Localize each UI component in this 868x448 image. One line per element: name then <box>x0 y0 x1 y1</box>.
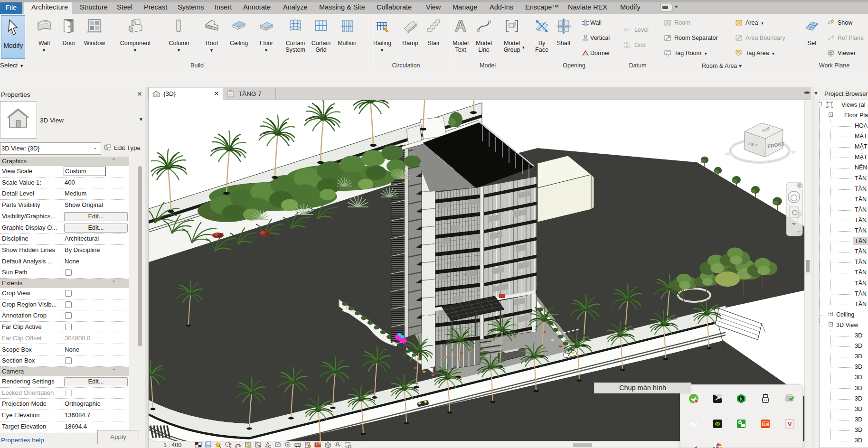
svg-text:CC4: CC4 <box>762 422 769 426</box>
svg-text:k: k <box>740 396 743 401</box>
svg-text:V: V <box>788 420 792 428</box>
